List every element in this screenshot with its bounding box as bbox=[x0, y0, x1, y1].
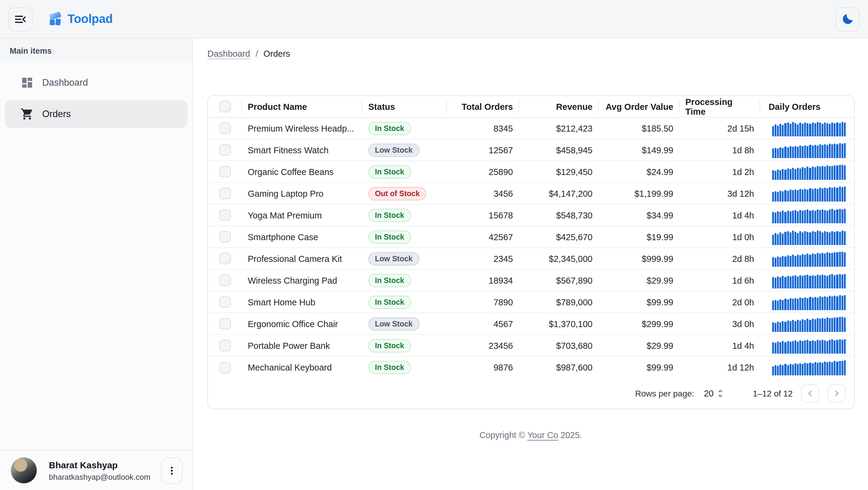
row-checkbox[interactable] bbox=[219, 122, 230, 134]
row-checkbox[interactable] bbox=[219, 340, 230, 351]
previous-page-button[interactable] bbox=[801, 384, 819, 402]
row-checkbox[interactable] bbox=[219, 318, 230, 329]
row-checkbox[interactable] bbox=[219, 144, 230, 156]
table-row[interactable]: Smartphone CaseIn Stock42567$425,670$19.… bbox=[208, 226, 854, 248]
sidebar-item-dashboard[interactable]: Dashboard bbox=[5, 69, 187, 96]
avg-order-value-value: $29.99 bbox=[647, 341, 673, 350]
sparkline-bar bbox=[775, 258, 776, 266]
sparkline-bar bbox=[797, 190, 799, 201]
column-header-total-orders[interactable]: Total Orders bbox=[447, 96, 519, 117]
sparkline-bar bbox=[836, 274, 838, 288]
row-checkbox[interactable] bbox=[219, 253, 230, 264]
sparkline-bar bbox=[795, 123, 796, 136]
sparkline-bar bbox=[827, 341, 828, 353]
avg-order-value-cell: $29.99 bbox=[598, 270, 679, 291]
sparkline-bar bbox=[844, 339, 845, 353]
table-row[interactable]: Wireless Charging PadIn Stock18934$567,8… bbox=[208, 270, 854, 291]
sparkline-bar bbox=[841, 275, 843, 288]
sparkline-bar bbox=[829, 166, 831, 179]
sparkline-bar bbox=[777, 234, 779, 245]
column-header-status[interactable]: Status bbox=[362, 96, 447, 117]
sparkline-bar bbox=[782, 341, 784, 353]
sparkline-bar bbox=[841, 317, 843, 332]
table-row[interactable]: Portable Power BankIn Stock23456$703,680… bbox=[208, 335, 854, 357]
table-row[interactable]: Yoga Mat PremiumIn Stock15678$548,730$34… bbox=[208, 205, 854, 226]
sparkline-bar bbox=[836, 340, 838, 353]
sidebar-collapse-button[interactable] bbox=[8, 7, 33, 31]
avg-order-value-value: $29.99 bbox=[647, 276, 673, 285]
row-checkbox[interactable] bbox=[219, 296, 230, 308]
sparkline-bar bbox=[812, 275, 813, 288]
daily-orders-sparkline bbox=[760, 313, 855, 334]
column-header-processing-time[interactable]: Processing Time bbox=[679, 96, 760, 117]
table-row[interactable]: Smart Fitness WatchLow Stock12567$458,94… bbox=[208, 139, 854, 161]
rows-per-page-select[interactable]: 20 bbox=[704, 388, 725, 398]
avg-order-value-cell: $1,199.99 bbox=[598, 183, 679, 204]
sparkline-bar bbox=[824, 166, 826, 179]
column-header-daily-orders[interactable]: Daily Orders bbox=[760, 96, 855, 117]
row-checkbox[interactable] bbox=[219, 362, 230, 373]
sparkline-bar bbox=[841, 251, 843, 266]
sparkline-bar bbox=[822, 318, 824, 332]
avg-order-value-cell: $29.99 bbox=[598, 335, 679, 356]
column-header-product-name[interactable]: Product Name bbox=[242, 96, 362, 117]
sparkline-bar bbox=[809, 210, 811, 223]
row-checkbox[interactable] bbox=[219, 188, 230, 199]
sparkline-bar bbox=[841, 122, 843, 136]
sparkline-bar bbox=[782, 256, 784, 266]
table-row[interactable]: Smart Home HubIn Stock7890$789,000$99.99… bbox=[208, 291, 854, 313]
sparkline-bar bbox=[809, 254, 811, 266]
avg-order-value-cell: $999.99 bbox=[598, 248, 679, 269]
sparkline-bar bbox=[836, 252, 838, 266]
company-link[interactable]: Your Co bbox=[527, 430, 558, 440]
row-checkbox[interactable] bbox=[219, 166, 230, 177]
table-row[interactable]: Mechanical KeyboardIn Stock9876$987,600$… bbox=[208, 357, 854, 378]
revenue-cell: $567,890 bbox=[519, 270, 598, 291]
sparkline-bar bbox=[772, 277, 774, 288]
sparkline-bar bbox=[841, 295, 843, 310]
sparkline-bar bbox=[799, 275, 801, 288]
sparkline-bar bbox=[784, 299, 786, 310]
sparkline-bar bbox=[795, 340, 796, 353]
table-row[interactable]: Organic Coffee BeansIn Stock25890$129,45… bbox=[208, 161, 854, 183]
user-menu-button[interactable] bbox=[161, 457, 183, 484]
column-header-revenue[interactable]: Revenue bbox=[519, 96, 598, 117]
sparkline-bar bbox=[802, 123, 804, 136]
sparkline-bar bbox=[839, 143, 841, 158]
sparkline-bar bbox=[784, 257, 786, 266]
sparkline-bar bbox=[797, 276, 799, 288]
row-checkbox[interactable] bbox=[219, 209, 230, 221]
theme-toggle-button[interactable] bbox=[835, 7, 860, 31]
next-page-button[interactable] bbox=[828, 384, 846, 402]
sparkline-bar bbox=[812, 210, 813, 223]
sidebar-item-orders[interactable]: Orders bbox=[5, 100, 187, 128]
total-orders-cell: 25890 bbox=[447, 161, 519, 182]
sparkline-bar bbox=[792, 231, 794, 245]
processing-time-value: 1d 6h bbox=[732, 276, 754, 285]
table-row[interactable]: Premium Wireless Headp...In Stock8345$21… bbox=[208, 118, 854, 139]
select-all-checkbox[interactable] bbox=[219, 101, 230, 112]
breadcrumb-dashboard-link[interactable]: Dashboard bbox=[207, 49, 250, 59]
product-cell: Mechanical Keyboard bbox=[242, 357, 362, 378]
table-row[interactable]: Professional Camera KitLow Stock2345$2,3… bbox=[208, 248, 854, 270]
total-orders-cell: 42567 bbox=[447, 226, 519, 248]
avatar[interactable] bbox=[11, 457, 37, 483]
sparkline-bar bbox=[827, 362, 828, 375]
product-cell: Professional Camera Kit bbox=[242, 248, 362, 269]
sparkline-bar bbox=[816, 340, 818, 353]
sparkline-bar bbox=[789, 298, 791, 310]
row-checkbox[interactable] bbox=[219, 275, 230, 286]
row-checkbox[interactable] bbox=[219, 231, 230, 242]
sparkline-bar bbox=[807, 232, 809, 245]
sparkline-bar bbox=[802, 298, 804, 310]
table-row[interactable]: Ergonomic Office ChairLow Stock4567$1,37… bbox=[208, 313, 854, 335]
avg-order-value-value: $99.99 bbox=[647, 297, 673, 307]
sparkline-bar bbox=[804, 189, 806, 201]
sparkline-chart bbox=[772, 164, 846, 179]
sparkline-bar bbox=[789, 190, 791, 201]
sparkline-bar bbox=[797, 254, 799, 266]
column-header-avg-order-value[interactable]: Avg Order Value bbox=[598, 96, 679, 117]
table-row[interactable]: Gaming Laptop ProOut of Stock3456$4,147,… bbox=[208, 183, 854, 205]
sparkline-bar bbox=[832, 144, 833, 158]
status-badge: Out of Stock bbox=[368, 187, 427, 200]
